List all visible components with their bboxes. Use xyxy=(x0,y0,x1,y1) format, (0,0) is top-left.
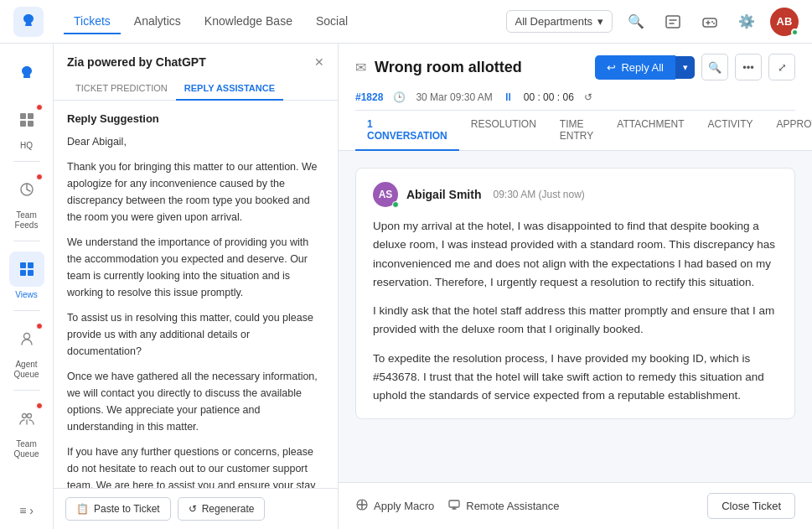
zia-header: Zia powered by ChatGPT ✕ xyxy=(54,44,338,69)
nav-social[interactable]: Social xyxy=(306,9,358,34)
ticket-actions: ↩ Reply All ▾ 🔍 ••• ⤢ xyxy=(595,54,795,80)
clock-icon: 🕒 xyxy=(393,91,406,103)
ticket-tabs: 1 CONVERSATION RESOLUTION TIME ENTRY ATT… xyxy=(355,110,795,150)
sender-avatar-dot xyxy=(392,201,399,208)
avatar[interactable]: AB xyxy=(770,8,799,36)
svg-point-14 xyxy=(22,414,26,418)
sidebar-btn-views[interactable] xyxy=(9,252,44,287)
sidebar-btn-feeds[interactable] xyxy=(9,172,44,207)
nav-right: All Departments ▾ 🔍 ⚙️ AB xyxy=(506,8,799,36)
more-options-btn[interactable]: ••• xyxy=(735,54,762,80)
svg-point-3 xyxy=(713,23,715,24)
sidebar-label-team-queue: TeamQueue xyxy=(13,439,39,459)
expand-ticket-btn[interactable]: ⤢ xyxy=(768,54,795,80)
sidebar-badge-agent xyxy=(36,323,43,329)
ticket-id: #1828 xyxy=(355,91,383,103)
nav-tickets[interactable]: Tickets xyxy=(64,9,121,34)
remote-assistance-button[interactable]: Remote Assistance xyxy=(447,495,559,517)
tab-activity[interactable]: ACTIVITY xyxy=(696,111,764,151)
remote-icon xyxy=(447,498,461,514)
sender-avatar: AS xyxy=(373,182,398,207)
sidebar-btn-team-queue[interactable] xyxy=(9,401,44,436)
tab-approval[interactable]: APPROVAL xyxy=(765,111,813,151)
svg-rect-9 xyxy=(20,262,26,268)
reply-para-1: Thank you for bringing this matter to ou… xyxy=(67,158,324,226)
ticket-timer: 00 : 00 : 06 xyxy=(524,91,574,103)
zia-tab-ticket-prediction[interactable]: TICKET PREDICTION xyxy=(67,77,176,101)
sidebar-divider-2 xyxy=(13,241,40,241)
gamepad-button[interactable] xyxy=(696,8,723,35)
sidebar-btn-agent-queue[interactable] xyxy=(9,321,44,356)
sidebar-divider-4 xyxy=(13,390,40,391)
ticket-meta: #1828 🕒 30 Mar 09:30 AM ⏸ 00 : 00 : 06 ↺ xyxy=(355,86,795,103)
paste-to-ticket-button[interactable]: 📋 Paste to Ticket xyxy=(65,497,171,521)
sender-name: Abigail Smith xyxy=(406,188,481,201)
reply-para-0: Dear Abigail, xyxy=(67,133,324,150)
contacts-button[interactable] xyxy=(659,8,686,35)
reply-para-5: If you have any further questions or con… xyxy=(67,443,324,488)
regenerate-icon: ↺ xyxy=(189,503,197,515)
bottom-toolbar: Apply Macro Remote Assistance Close Tick… xyxy=(339,482,812,529)
sidebar-badge-feeds xyxy=(36,174,43,180)
search-button[interactable]: 🔍 xyxy=(623,8,649,35)
svg-rect-6 xyxy=(20,121,26,127)
sidebar-group-item1: HQ xyxy=(9,97,44,156)
reply-all-dropdown[interactable]: ▾ xyxy=(675,56,695,79)
paste-label: Paste to Ticket xyxy=(94,503,160,515)
sidebar-divider-3 xyxy=(13,310,40,311)
app-logo xyxy=(13,7,44,37)
reply-para-3: To assist us in resolving this matter, c… xyxy=(67,309,324,360)
sidebar-btn-zia[interactable] xyxy=(9,55,44,91)
sidebar-group-feeds: TeamFeeds xyxy=(9,167,44,236)
msg-para-2: To expedite the resolution process, I ha… xyxy=(373,350,778,406)
close-ticket-button[interactable]: Close Ticket xyxy=(707,493,795,519)
apply-macro-label: Apply Macro xyxy=(374,500,434,512)
sidebar-group-views: Views xyxy=(9,246,44,305)
sidebar-group-team-queue: TeamQueue xyxy=(9,396,44,464)
top-nav: Tickets Analytics Knowledge Base Social … xyxy=(0,0,812,44)
nav-knowledge-base[interactable]: Knowledge Base xyxy=(194,9,303,34)
reply-all-label: Reply All xyxy=(621,61,664,74)
svg-rect-7 xyxy=(28,121,34,127)
tab-conversation[interactable]: 1 CONVERSATION xyxy=(355,111,459,151)
message-body: Upon my arrival at the hotel, I was disa… xyxy=(373,217,778,405)
refresh-icon[interactable]: ↺ xyxy=(584,91,592,103)
search-ticket-btn[interactable]: 🔍 xyxy=(701,54,728,80)
svg-rect-11 xyxy=(20,270,26,276)
zia-tabs: TICKET PREDICTION REPLY ASSISTANCE xyxy=(54,77,338,101)
svg-rect-12 xyxy=(28,270,34,276)
conversation-area: AS Abigail Smith 09:30 AM (Just now) Upo… xyxy=(339,151,812,482)
zia-title: Zia powered by ChatGPT xyxy=(67,55,206,69)
department-selector[interactable]: All Departments ▾ xyxy=(506,10,613,33)
tab-attachment[interactable]: ATTACHMENT xyxy=(605,111,696,151)
sidebar-group-hq xyxy=(9,50,44,96)
sidebar-expand-btn[interactable]: ≡ › xyxy=(9,499,44,522)
svg-point-13 xyxy=(23,334,29,340)
sidebar-badge-hq xyxy=(36,104,43,111)
avatar-status-dot xyxy=(791,29,799,36)
svg-rect-4 xyxy=(20,113,26,119)
reply-para-2: We understand the importance of providin… xyxy=(67,234,324,301)
regenerate-button[interactable]: ↺ Regenerate xyxy=(178,497,266,521)
sidebar-label-agent-queue: AgentQueue xyxy=(13,360,39,380)
svg-point-15 xyxy=(27,414,31,418)
sidebar-bottom: ≡ › xyxy=(9,499,44,522)
tab-time-entry[interactable]: TIME ENTRY xyxy=(548,111,605,151)
tab-resolution[interactable]: RESOLUTION xyxy=(459,111,548,151)
ticket-title: Wrong room allotted xyxy=(375,59,522,76)
settings-button[interactable]: ⚙️ xyxy=(733,8,760,35)
main-content: HQ TeamFeeds Views AgentQueue xyxy=(0,44,812,529)
apply-macro-button[interactable]: Apply Macro xyxy=(355,495,434,517)
message-time: 09:30 AM (Just now) xyxy=(493,189,584,200)
nav-analytics[interactable]: Analytics xyxy=(124,9,191,34)
toolbar-left: Apply Macro Remote Assistance xyxy=(355,495,707,517)
zia-collapse-btn[interactable]: ✕ xyxy=(314,55,324,69)
sidebar-btn-grid[interactable] xyxy=(9,102,44,137)
zia-tab-reply-assistance[interactable]: REPLY ASSISTANCE xyxy=(176,77,283,101)
reply-all-button[interactable]: ↩ Reply All xyxy=(595,55,675,80)
zia-body: Reply Suggestion Dear Abigail, Thank you… xyxy=(54,101,338,488)
svg-rect-17 xyxy=(449,500,459,507)
sidebar-label-feeds: TeamFeeds xyxy=(15,210,39,231)
reply-icon: ↩ xyxy=(607,61,616,74)
reply-body: Dear Abigail, Thank you for bringing thi… xyxy=(67,133,324,488)
